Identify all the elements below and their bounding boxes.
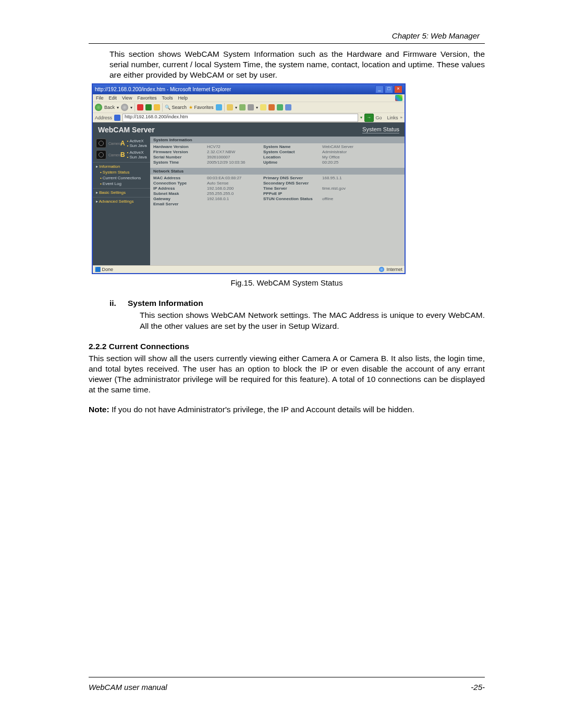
app-title: WebCAM Server — [98, 126, 155, 134]
field-value: WebCAM Server — [322, 144, 401, 149]
mail-icon[interactable] — [227, 104, 233, 110]
field-value: Auto Sense — [207, 181, 259, 186]
field-label: MAC Address — [153, 176, 203, 180]
field-label: Uptime — [263, 160, 318, 165]
page-title: System Status — [362, 126, 399, 133]
maximize-button[interactable]: □ — [385, 85, 393, 93]
favorites-button[interactable]: ★ Favorites — [189, 105, 214, 110]
field-value: 00:20:25 — [322, 160, 401, 165]
print-icon[interactable] — [239, 104, 246, 110]
menu-bar: File Edit View Favorites Tools Help — [93, 94, 405, 102]
back-icon[interactable] — [95, 104, 102, 111]
browser-statusbar: 🟦 Done Internet — [93, 265, 405, 274]
figure-caption: Fig.15. WebCAM System Status — [89, 278, 485, 287]
section-ii-title: System Information — [128, 299, 203, 308]
field-value — [207, 202, 259, 206]
camera-b-block: Camera B •ActiveX •Sun Java — [93, 149, 150, 161]
section-222-note: Note: If you do not have Administrator's… — [89, 404, 485, 415]
toolbar: Back ▾ ▾ 🔍 Search ★ Favorites ▾ — [93, 102, 405, 113]
field-value: 168.95.1.1 — [322, 176, 401, 180]
field-value — [322, 202, 401, 206]
go-label: Go — [376, 115, 382, 120]
field-label: PPPoE IP — [263, 191, 318, 196]
sidebar-section-basic[interactable]: ▸ Basic Settings — [93, 188, 150, 195]
panel-title-netstatus: Network Status — [150, 168, 405, 175]
field-value: 2005/12/29 10:03:36 — [207, 160, 259, 165]
field-value: 00:03:EA:03:88:27 — [207, 176, 259, 180]
field-label: Email Server — [153, 202, 203, 206]
menu-edit[interactable]: Edit — [109, 95, 117, 101]
address-bar: Address http://192.168.0.200/index.htm ▾… — [93, 113, 405, 122]
section-ii-number: ii. — [109, 299, 116, 308]
sidebar-section-information[interactable]: ▸ Information — [93, 162, 150, 169]
field-value: My Office — [322, 155, 401, 159]
sidebar-cam-b-activex[interactable]: •ActiveX — [127, 150, 147, 155]
sidebar-link-current-connections[interactable]: •Current Connections — [93, 175, 150, 181]
home-icon[interactable] — [154, 104, 160, 110]
field-value: 3926100007 — [207, 155, 259, 159]
panel-body-sysinfo: Hardware VersionHCV72System NameWebCAM S… — [150, 143, 405, 168]
field-value: offline — [322, 196, 401, 201]
sidebar-link-system-status[interactable]: •System Status — [93, 169, 150, 175]
menu-file[interactable]: File — [96, 95, 104, 101]
go-button[interactable]: → — [364, 114, 374, 122]
minimize-button[interactable]: _ — [375, 85, 384, 93]
window-titlebar: http://192.168.0.200/index.htm - Microso… — [93, 84, 405, 94]
section-222-title: 2.2.2 Current Connections — [89, 342, 485, 351]
globe-icon — [379, 267, 384, 272]
camera-icon — [96, 139, 106, 148]
edit-icon[interactable] — [248, 104, 254, 110]
field-label: IP Address — [153, 186, 203, 191]
toolbar-icon-3[interactable] — [277, 104, 283, 110]
content-area: System Information Hardware VersionHCV72… — [150, 137, 405, 265]
sidebar-link-event-log[interactable]: •Event Log — [93, 181, 150, 187]
field-value — [322, 191, 401, 196]
field-label: System Name — [263, 144, 318, 149]
field-label: Hardware Version — [153, 144, 203, 149]
toolbar-icon-2[interactable] — [268, 104, 275, 110]
camera-a-letter: A — [120, 140, 125, 147]
field-label: System Time — [153, 160, 203, 165]
menu-tools[interactable]: Tools — [162, 95, 173, 101]
sidebar-cam-a-sunjava[interactable]: •Sun Java — [127, 143, 147, 148]
sidebar-cam-a-activex[interactable]: •ActiveX — [127, 139, 147, 143]
history-icon[interactable] — [216, 104, 222, 110]
field-label: Location — [263, 155, 318, 159]
field-label: STUN Connection Status — [263, 196, 318, 201]
back-label[interactable]: Back — [104, 105, 115, 110]
menu-help[interactable]: Help — [178, 95, 188, 101]
field-label — [263, 202, 318, 206]
section-222-p1: This section will show all the users cur… — [89, 353, 485, 396]
status-zone: Internet — [386, 267, 402, 272]
camera-label: Camera — [108, 142, 121, 145]
search-button[interactable]: 🔍 Search — [165, 105, 187, 110]
section-ii-text: This section shows WebCAM Network settin… — [140, 310, 485, 331]
forward-icon[interactable] — [121, 104, 128, 111]
menu-favorites[interactable]: Favorites — [137, 95, 156, 101]
field-label: Serial Number — [153, 155, 203, 159]
refresh-icon[interactable] — [145, 104, 152, 110]
field-label: Gateway — [153, 196, 203, 201]
note-lead: Note: — [89, 405, 109, 414]
toolbar-icon-4[interactable] — [285, 104, 291, 110]
links-label[interactable]: Links — [387, 115, 398, 120]
footer-rule — [89, 677, 485, 677]
ie-logo-icon — [395, 95, 402, 101]
close-button[interactable]: × — [394, 85, 402, 93]
camera-label: Camera — [108, 153, 121, 157]
panel-title-sysinfo: System Information — [150, 137, 405, 143]
sidebar: Camera A •ActiveX •Sun Java Camera — [93, 137, 150, 265]
sidebar-cam-b-sunjava[interactable]: •Sun Java — [127, 155, 147, 159]
app-header: WebCAM Server System Status — [93, 122, 405, 137]
address-input[interactable]: http://192.168.0.200/index.htm — [123, 114, 358, 122]
status-done: 🟦 Done — [95, 267, 113, 272]
menu-view[interactable]: View — [122, 95, 132, 101]
toolbar-icon-1[interactable] — [260, 104, 266, 110]
sidebar-section-advanced[interactable]: ▸ Advanced Settings — [93, 197, 150, 204]
field-value: 255.255.255.0 — [207, 191, 259, 196]
field-value: Administrator — [322, 150, 401, 154]
footer-right: -25- — [471, 683, 485, 692]
field-label: Subnet Mask — [153, 191, 203, 196]
field-value: 192.168.0.1 — [207, 196, 259, 201]
stop-icon[interactable] — [137, 104, 143, 110]
